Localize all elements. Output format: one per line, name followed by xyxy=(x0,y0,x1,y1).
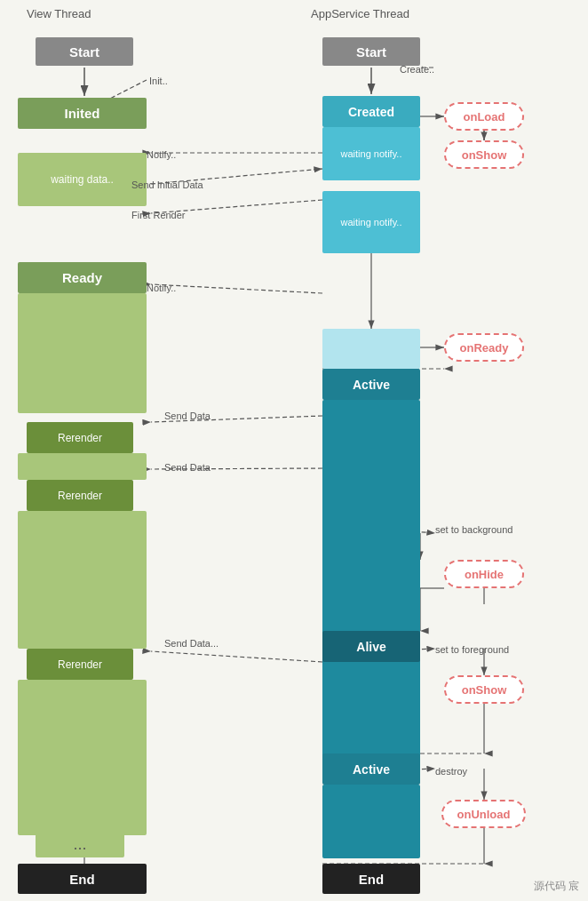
state-block-start-app: Start xyxy=(322,37,420,66)
state-block-created: Created xyxy=(322,96,420,127)
watermark: 源代码 宸 xyxy=(534,879,579,894)
arrow-label-init: Init.. xyxy=(149,76,168,86)
lifecycle-box-onShow: onShow xyxy=(444,140,524,169)
svg-line-27 xyxy=(151,651,322,662)
arrow-label-setToForeground: set to foreground xyxy=(435,644,509,655)
arrow-label-setToBackground: set to background xyxy=(435,524,513,535)
lifecycle-box-onUnload: onUnload xyxy=(441,800,526,828)
arrow-label-destroy: destroy xyxy=(435,766,467,777)
state-block-start-view: Start xyxy=(36,37,133,66)
state-block-waiting-notify1: waiting notify.. xyxy=(322,127,420,180)
arrow-label-sendData3: Send Data... xyxy=(164,638,219,649)
arrow-label-create: Create.. xyxy=(400,64,434,75)
state-block-rerender-gap2 xyxy=(18,511,147,649)
lifecycle-box-onReady: onReady xyxy=(444,333,524,362)
state-block-inited: Inited xyxy=(18,98,147,129)
state-block-end-app: End xyxy=(322,864,420,894)
appservice-thread-label: AppService Thread xyxy=(311,7,409,20)
state-block-alive-body xyxy=(322,662,420,760)
state-block-active2: Active xyxy=(322,753,420,785)
state-block-rerender-gap1 xyxy=(18,453,147,480)
svg-line-12 xyxy=(151,284,322,293)
lifecycle-box-onLoad: onLoad xyxy=(444,102,524,131)
state-block-rerender-gap3 xyxy=(18,680,147,835)
state-block-dots: ... xyxy=(36,831,124,857)
arrow-label-firstRender: First Render xyxy=(131,210,186,220)
arrow-label-sendData2: Send Data xyxy=(164,462,211,473)
state-block-ready: Ready xyxy=(18,262,147,293)
state-block-light-cyan xyxy=(322,329,420,369)
arrow-label-sendData1: Send Data xyxy=(164,411,211,421)
state-block-alive: Alive xyxy=(322,631,420,662)
arrow-label-notify2: Notify.. xyxy=(147,283,176,293)
lifecycle-box-onHide: onHide xyxy=(444,560,524,588)
state-block-end-view: End xyxy=(18,864,147,894)
view-thread-label: View Thread xyxy=(27,7,91,20)
arrow-label-sendInitialData: Send Initial Data xyxy=(131,179,203,190)
diagram-container: View Thread AppService Thread xyxy=(0,0,588,901)
arrow-label-notify1: Notify.. xyxy=(147,149,176,160)
state-block-waiting-notify2: waiting notify.. xyxy=(322,191,420,253)
state-block-rerender3: Rerender xyxy=(27,649,133,680)
lifecycle-box-onShow2: onShow xyxy=(444,675,524,704)
state-block-rerender2: Rerender xyxy=(27,480,133,511)
state-block-rerender1: Rerender xyxy=(27,422,133,453)
state-block-active2-body xyxy=(322,785,420,858)
state-block-waiting-data: waiting data.. xyxy=(18,153,147,206)
state-block-active1: Active xyxy=(322,369,420,400)
state-block-ready-area xyxy=(18,293,147,413)
